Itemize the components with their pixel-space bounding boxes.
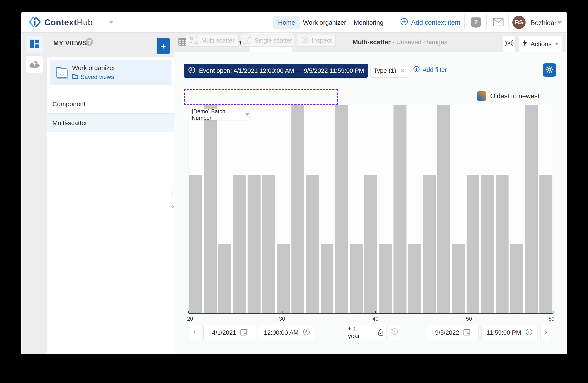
sidebar-item-component[interactable]: Component xyxy=(47,95,174,114)
actions-chevron-down-icon xyxy=(555,43,559,45)
add-context-item-button[interactable]: Add context item xyxy=(400,16,460,29)
bar xyxy=(379,244,392,314)
mail-icon[interactable] xyxy=(493,18,504,27)
divider xyxy=(109,15,109,29)
bar xyxy=(306,175,319,314)
bars xyxy=(189,105,553,314)
end-date-field[interactable]: 9/5/2022 xyxy=(427,325,479,340)
sidebar-panel: Work organizer Saved views Component Mul… xyxy=(47,57,174,354)
divider xyxy=(392,15,392,29)
inspect-button[interactable]: Inspect xyxy=(297,34,336,47)
axis-tick-label: 30 xyxy=(279,316,285,322)
bar xyxy=(364,175,377,314)
lock-icon[interactable] xyxy=(375,325,386,340)
nav-monitoring[interactable]: Monitoring xyxy=(349,16,388,29)
bar xyxy=(277,244,290,314)
screenshot-stage: ContextHub Home Work organizer Monitorin… xyxy=(0,0,588,383)
axis-tick xyxy=(469,311,469,313)
saved-views-link[interactable]: Saved views xyxy=(72,73,114,80)
axis-tick xyxy=(375,311,376,313)
bar xyxy=(408,244,421,314)
nav-home[interactable]: Home xyxy=(273,16,300,29)
clock-icon xyxy=(188,66,196,75)
plus-circle-icon xyxy=(413,66,420,74)
legend-label: Oldest to newest xyxy=(490,92,539,100)
gear-icon xyxy=(545,65,554,75)
axis-tick-label: 40 xyxy=(373,316,378,322)
single-scatter-button[interactable]: Single scatter xyxy=(241,34,294,47)
axis-tick xyxy=(553,311,553,313)
axis-tick xyxy=(188,311,189,313)
add-view-button[interactable]: + xyxy=(157,38,170,54)
bar xyxy=(496,175,509,314)
help-icon[interactable]: ? xyxy=(471,18,481,27)
bar xyxy=(510,244,523,314)
plus-circle-icon xyxy=(400,18,408,27)
multi-scatter-button[interactable]: Multi scatter xyxy=(186,34,239,47)
user-name[interactable]: Bozhidar xyxy=(530,19,556,27)
add-filter-button[interactable]: Add filter xyxy=(413,66,447,74)
brand-chevron-down-icon[interactable] xyxy=(109,21,114,24)
sidebar-item-multi-scatter[interactable]: Multi-scatter xyxy=(47,114,174,132)
sidebar-help-icon[interactable]: ? xyxy=(86,38,93,46)
nav-work-organizer[interactable]: Work organizer xyxy=(298,16,351,29)
user-chevron-down-icon[interactable] xyxy=(557,21,562,24)
history-icon xyxy=(391,328,398,337)
chart-settings-button[interactable] xyxy=(543,63,556,77)
bar xyxy=(335,105,348,314)
brand-logo[interactable]: ContextHub xyxy=(29,16,114,29)
work-organizer-title: Work organizer xyxy=(72,64,115,72)
actions-button[interactable]: Actions xyxy=(519,36,563,52)
work-organizer-card[interactable]: Work organizer Saved views xyxy=(50,60,171,85)
range-control[interactable]: ± 1 year xyxy=(343,325,386,340)
bar xyxy=(394,105,406,314)
single-scatter-icon xyxy=(243,36,252,46)
range-label[interactable]: ± 1 year xyxy=(343,325,371,340)
avatar[interactable]: BS xyxy=(512,16,525,29)
bar xyxy=(466,175,480,314)
left-rail xyxy=(21,33,47,354)
start-time-field[interactable]: 12:00:00 AM xyxy=(259,325,315,340)
type-filter-chip[interactable]: Type (1) ✕ xyxy=(371,64,408,78)
bar xyxy=(525,105,538,314)
reset-history-button[interactable] xyxy=(388,325,400,340)
bar xyxy=(262,175,275,314)
view-title: Multi-scatter - Unsaved changes xyxy=(353,38,447,46)
divider xyxy=(464,15,465,29)
pan-left-button[interactable]: ‹ xyxy=(189,325,200,340)
bar xyxy=(233,175,246,314)
clock-icon xyxy=(525,328,533,337)
broadcast-button[interactable] xyxy=(503,36,516,52)
bar xyxy=(481,175,494,314)
start-date-field[interactable]: 4/1/2021 xyxy=(204,325,256,340)
sidebar-title: MY VIEWS xyxy=(53,39,87,47)
x-axis: 2030405059 xyxy=(189,313,553,314)
upload-panel-button[interactable] xyxy=(25,56,43,73)
bar xyxy=(248,175,261,314)
main-area: Table Gantt Scatter xyxy=(174,33,567,354)
divider xyxy=(486,15,487,29)
chevron-down-icon xyxy=(245,114,249,116)
gradient-legend-icon xyxy=(477,91,486,101)
bar xyxy=(204,105,217,314)
end-time-field[interactable]: 11:59:00 PM xyxy=(482,325,538,340)
bar xyxy=(423,175,436,314)
bar xyxy=(437,105,450,314)
views-panel-button[interactable] xyxy=(25,36,43,53)
remove-filter-icon[interactable]: ✕ xyxy=(400,67,405,75)
axis-tick-label: 59 xyxy=(548,316,555,322)
multi-scatter-icon xyxy=(190,36,198,46)
axis-tick-label: 50 xyxy=(466,316,472,322)
bar xyxy=(452,244,465,314)
bar xyxy=(539,175,552,314)
inspect-target-icon xyxy=(301,36,309,45)
series-selector-dropdown[interactable]: [Demo] Batch Number xyxy=(191,109,250,120)
annotation-dashed-box xyxy=(184,89,338,105)
contexthub-window: ContextHub Home Work organizer Monitorin… xyxy=(21,12,567,354)
scatter-chart[interactable]: [Demo] Batch Number xyxy=(189,105,553,314)
layout-views-icon xyxy=(29,39,39,49)
brand-name: ContextHub xyxy=(44,18,93,27)
folder-smiley-icon xyxy=(55,65,69,81)
event-open-filter-pill[interactable]: Event open: 4/1/2021 12:00:00 AM — 9/5/2… xyxy=(184,64,368,78)
pan-right-button[interactable]: › xyxy=(540,325,552,340)
